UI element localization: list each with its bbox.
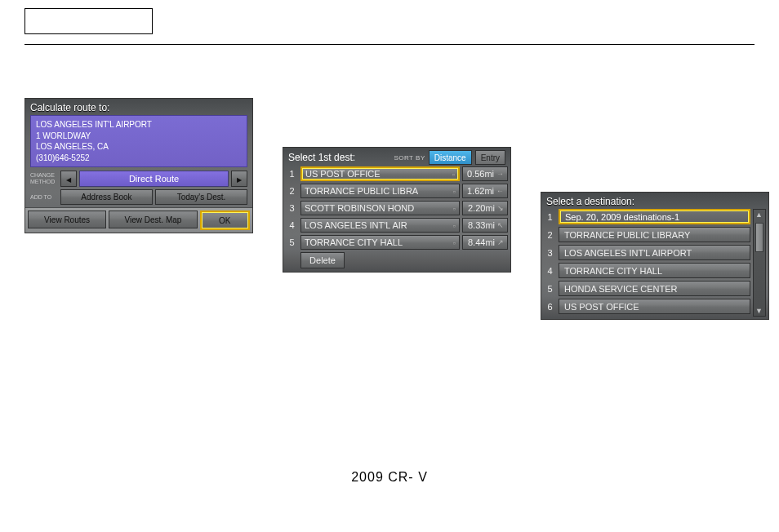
select-first-dest-panel: Select 1st dest: SORT BY Distance Entry …	[283, 147, 511, 273]
header-box	[24, 8, 153, 34]
dir-arrow-icon: →	[496, 170, 504, 178]
row-num: 6	[544, 299, 556, 314]
saved-dest-item[interactable]: Sep. 20, 2009 destinations-1	[559, 209, 750, 224]
dest-distance[interactable]: 1.62mi←	[462, 184, 508, 198]
select-destination-panel: Select a destination: 1 Sep. 20, 2009 de…	[541, 192, 769, 320]
dir-arrow-icon: ↗	[497, 238, 504, 246]
row-num: 2	[286, 184, 298, 198]
calculate-route-panel: Calculate route to: LOS ANGELES INT'L AI…	[24, 98, 253, 233]
saved-dest-item[interactable]: TORRANCE CITY HALL	[559, 263, 750, 278]
view-dest-map-button[interactable]: View Dest. Map	[109, 211, 197, 228]
dest-distance[interactable]: 2.20mi↘	[462, 201, 508, 215]
dest-distance[interactable]: 8.33mi↖	[462, 218, 508, 233]
panel-title: Calculate route to:	[25, 99, 252, 115]
row-num: 5	[544, 281, 556, 296]
add-to-label: ADD TO	[30, 189, 58, 205]
address-book-button[interactable]: Address Book	[60, 189, 153, 205]
saved-dest-item[interactable]: LOS ANGELES INT'L AIRPORT	[559, 245, 750, 260]
dest-addr1: 1 WORLDWAY	[36, 131, 242, 142]
dest-city: LOS ANGELES, CA	[36, 141, 242, 153]
prev-method-button[interactable]	[60, 171, 77, 187]
dest-distance[interactable]: 0.56mi→	[462, 166, 508, 181]
destination-summary: LOS ANGELES INT'L AIRPORT 1 WORLDWAY LOS…	[30, 115, 247, 167]
change-method-label: CHANGE METHOD	[30, 171, 58, 187]
ok-button[interactable]: OK	[200, 211, 250, 230]
saved-dest-item[interactable]: HONDA SERVICE CENTER	[559, 281, 750, 296]
delete-button[interactable]: Delete	[300, 252, 345, 268]
route-method[interactable]: Direct Route	[79, 171, 229, 187]
dir-arrow-icon: ↖	[497, 221, 504, 229]
info-icon	[453, 237, 456, 247]
dest-item[interactable]: LOS ANGELES INT'L AIR	[300, 218, 460, 233]
dest-distance[interactable]: 8.44mi↗	[462, 235, 508, 250]
scroll-up-icon: ▲	[755, 211, 763, 219]
saved-dest-list: 1 Sep. 20, 2009 destinations-1 2 TORRANC…	[544, 209, 750, 317]
dest-item[interactable]: US POST OFFICE	[300, 166, 460, 181]
saved-dest-item[interactable]: TORRANCE PUBLIC LIBRARY	[559, 227, 750, 242]
row-num: 1	[544, 209, 556, 224]
dest-item[interactable]: TORRANCE PUBLIC LIBRA	[300, 184, 460, 198]
scroll-down-icon: ▼	[755, 307, 763, 315]
row-num: 1	[286, 166, 298, 181]
triangle-left-icon	[66, 175, 71, 184]
row-num: 3	[286, 201, 298, 215]
info-icon	[453, 186, 456, 196]
row-num: 4	[544, 263, 556, 278]
dest-item[interactable]: SCOTT ROBINSON HOND	[300, 201, 460, 215]
row-num: 4	[286, 218, 298, 233]
scroll-thumb[interactable]	[755, 223, 763, 252]
view-routes-button[interactable]: View Routes	[28, 211, 106, 228]
row-num: 2	[544, 227, 556, 242]
dir-arrow-icon: ↘	[497, 204, 504, 212]
row-num: 3	[544, 245, 556, 260]
triangle-right-icon	[237, 175, 242, 184]
dest-phone: (310)646-5252	[36, 153, 242, 164]
dir-arrow-icon: ←	[496, 187, 504, 195]
sort-by-label: SORT BY	[394, 154, 425, 162]
info-icon	[452, 169, 455, 179]
next-method-button[interactable]	[231, 171, 247, 187]
sort-distance-tab[interactable]: Distance	[429, 150, 472, 165]
dest-list: 1 US POST OFFICE 0.56mi→ 2 TORRANCE PUBL…	[283, 166, 510, 272]
footer-model: 2009 CR- V	[24, 470, 755, 485]
row-num: 5	[286, 235, 298, 250]
scrollbar[interactable]: ▲ ▼	[753, 209, 766, 317]
panel-title: Select 1st dest:	[288, 152, 390, 163]
dest-item[interactable]: TORRANCE CITY HALL	[300, 235, 460, 250]
info-icon	[453, 203, 456, 213]
sort-entry-tab[interactable]: Entry	[475, 150, 505, 165]
dest-name: LOS ANGELES INT'L AIRPORT	[36, 119, 242, 131]
panel-title: Select a destination:	[541, 193, 768, 209]
saved-dest-item[interactable]: US POST OFFICE	[559, 299, 750, 314]
divider	[24, 44, 755, 45]
todays-dest-button[interactable]: Today's Dest.	[155, 189, 247, 205]
info-icon	[453, 220, 456, 230]
